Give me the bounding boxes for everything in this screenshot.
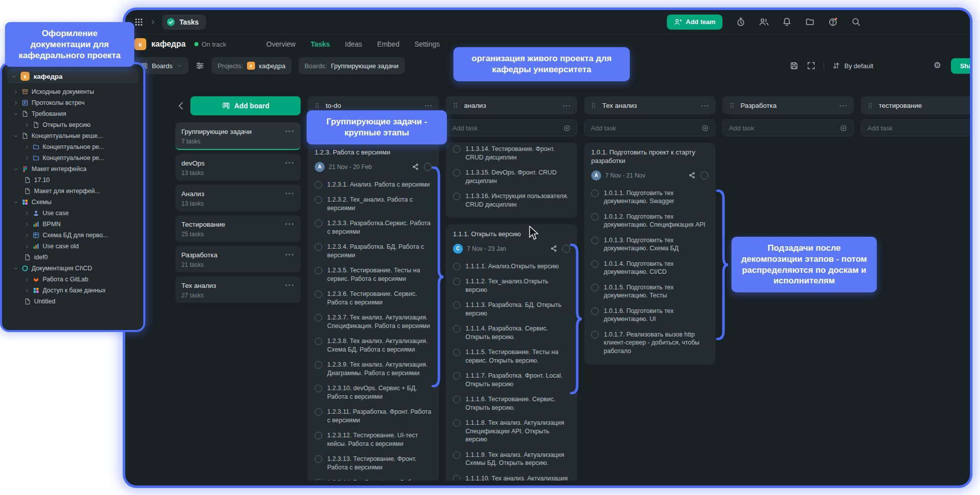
subtask-row[interactable]: 1.1.1.3. Разработка. БД. Открыть версию xyxy=(453,297,570,321)
subtask-status-circle[interactable] xyxy=(591,307,599,315)
chevron-right-icon[interactable] xyxy=(24,233,30,238)
board-menu-icon[interactable]: ··· xyxy=(285,220,295,229)
subtask-row[interactable]: 1.0.1.3. Подготовить тех документацию. С… xyxy=(591,233,708,256)
board-menu-icon[interactable]: ··· xyxy=(285,158,295,168)
subtask-row[interactable]: 1.2.3.8. Тех анализ. Актуализация. Схема… xyxy=(315,334,432,357)
notifications-icon[interactable] xyxy=(782,17,792,27)
save-view-icon[interactable] xyxy=(790,61,799,70)
chevron-down-icon[interactable] xyxy=(13,111,19,117)
chevron-right-icon[interactable] xyxy=(24,122,30,128)
chevron-right-icon[interactable] xyxy=(24,277,30,282)
sidebar-item[interactable]: Протоколы встреч xyxy=(7,97,138,108)
subtask-row[interactable]: 1.0.1.5. Подготовить тех документацию. Т… xyxy=(591,280,708,303)
tasks-app-tab[interactable]: Tasks xyxy=(162,15,206,30)
subtask-status-circle[interactable] xyxy=(453,419,460,427)
subtask-row[interactable]: 1.1.1.7. Разработка. Фронт. Local. Откры… xyxy=(453,368,570,392)
chevron-down-icon[interactable] xyxy=(13,167,19,172)
subtask-row[interactable]: 1.1.1.5. Тестирование. Тесты на сервис. … xyxy=(453,345,570,368)
fullscreen-icon[interactable] xyxy=(807,61,816,70)
board-card[interactable]: Группирующие задачи···7 tasks xyxy=(175,122,301,150)
subtask-row[interactable]: 1.2.3.2. Тех_анализ. Работа с версиями xyxy=(315,192,432,216)
board-menu-icon[interactable]: ··· xyxy=(285,127,295,136)
board-menu-icon[interactable]: ··· xyxy=(285,250,295,259)
subtask-status-circle[interactable] xyxy=(315,385,322,392)
sidebar-item[interactable]: idef0 xyxy=(7,252,138,263)
chevron-down-icon[interactable] xyxy=(13,266,19,271)
task-status-circle[interactable] xyxy=(700,172,708,180)
sidebar-item[interactable]: Работа с GitLab xyxy=(7,274,138,285)
subtask-row[interactable]: 1.0.1.6. Подготовить тех документацию. U… xyxy=(591,303,708,327)
subtask-status-circle[interactable] xyxy=(453,263,460,270)
subtask-row[interactable]: 1.2.3.6. Тестирование. Сервис. Работа с … xyxy=(315,286,432,310)
subtask-status-circle[interactable] xyxy=(591,237,599,244)
add-team-button[interactable]: Add team xyxy=(667,15,722,30)
sidebar-item[interactable]: Доступ к базе данных xyxy=(7,285,138,296)
subtask-status-circle[interactable] xyxy=(591,190,599,197)
subtask-status-circle[interactable] xyxy=(591,284,599,291)
sidebar-item[interactable]: Документация CI\CD xyxy=(7,263,138,274)
column-menu-icon[interactable]: ··· xyxy=(563,102,572,109)
sidebar-item[interactable]: Схемы xyxy=(7,197,138,208)
subtask-row[interactable]: 1.2.3.14. DevOps. Фронт. Работа с версия… xyxy=(315,475,432,480)
add-task-input[interactable]: Add task xyxy=(722,119,854,136)
share-icon[interactable] xyxy=(550,245,558,252)
subtask-status-circle[interactable] xyxy=(315,338,322,345)
board-card[interactable]: Анализ···13 tasks xyxy=(175,185,301,211)
tab-ideas[interactable]: Ideas xyxy=(345,40,362,48)
sidebar-item[interactable]: Untitled xyxy=(7,296,138,307)
chevron-right-icon[interactable] xyxy=(24,155,30,161)
board-card[interactable]: Тестирование···25 tasks xyxy=(175,215,301,242)
subtask-status-circle[interactable] xyxy=(315,455,322,463)
subtask-status-circle[interactable] xyxy=(315,196,322,204)
task-card[interactable]: 1.1.1. Открыть версиюС7 Nov - 23 Jan1.1.… xyxy=(446,224,577,480)
app-launcher-icon[interactable] xyxy=(134,18,143,27)
tab-embed[interactable]: Embed xyxy=(377,40,399,48)
subtask-row[interactable]: 1.2.3.5. Тестирование. Тесты на сервис. … xyxy=(315,263,432,286)
subtask-status-circle[interactable] xyxy=(453,396,460,403)
subtask-status-circle[interactable] xyxy=(315,243,322,251)
tab-settings[interactable]: Settings xyxy=(414,40,440,48)
subtask-status-circle[interactable] xyxy=(315,314,322,321)
subtask-row[interactable]: 1.2.3.1. Анализ. Работа с версиями xyxy=(315,177,432,193)
chevron-down-icon[interactable] xyxy=(13,200,19,205)
column-menu-icon[interactable]: ··· xyxy=(701,102,710,109)
column-header[interactable]: анализ··· xyxy=(446,96,577,114)
subtask-row[interactable]: 1.2.3.4. Разработка. БД. Работа с версия… xyxy=(315,239,432,263)
add-task-input[interactable]: Add task xyxy=(584,119,715,136)
drag-handle-icon[interactable] xyxy=(728,102,736,109)
chevron-right-icon[interactable] xyxy=(13,100,19,106)
subtask-status-circle[interactable] xyxy=(591,260,599,268)
sidebar-item[interactable]: Схема БД для перво... xyxy=(7,230,138,241)
subtask-row[interactable]: 1.2.3.3. Разработка.Сервис. Работа с вер… xyxy=(315,216,432,239)
subtask-status-circle[interactable] xyxy=(453,475,460,480)
task-card[interactable]: 1.1.3.14. Тестирование. Фронт. CRUD дисц… xyxy=(446,142,577,218)
sidebar-item[interactable]: Концептуальное ре... xyxy=(7,141,138,152)
timer-icon[interactable] xyxy=(736,17,746,27)
add-board-button[interactable]: Add board xyxy=(190,96,301,115)
tab-overview[interactable]: Overview xyxy=(267,40,296,48)
subtask-row[interactable]: 1.1.1.9. Тех анализ. Актуализация Схемы … xyxy=(453,447,570,471)
subtask-status-circle[interactable] xyxy=(315,408,322,416)
tab-tasks[interactable]: Tasks xyxy=(311,40,330,48)
drag-handle-icon[interactable] xyxy=(590,102,597,109)
subtask-row[interactable]: 1.1.3.14. Тестирование. Фронт. CRUD дисц… xyxy=(453,142,570,165)
sidebar-item[interactable]: 17.10 xyxy=(7,175,138,186)
subtask-row[interactable]: 1.1.1.4. Разработка. Сервис. Открыть вер… xyxy=(453,321,570,345)
drag-handle-icon[interactable] xyxy=(314,102,321,109)
gear-icon[interactable]: ⚙ xyxy=(933,61,943,71)
subtask-status-circle[interactable] xyxy=(453,451,460,459)
subtask-row[interactable]: 1.1.1.10. Тех анализ. Актуализация диагр… xyxy=(453,471,570,480)
subtask-status-circle[interactable] xyxy=(315,220,322,227)
sidebar-item[interactable]: Концептуальные реше... xyxy=(7,130,138,141)
chevron-right-icon[interactable] xyxy=(13,89,19,95)
task-card[interactable]: 1.0.1. Подготовить проект к старту разра… xyxy=(584,142,715,365)
subtask-row[interactable]: 1.1.3.15. DevOps. Фронт. CRUD дисциплин xyxy=(453,165,570,189)
column-header[interactable]: тестирование··· xyxy=(861,96,970,114)
chevron-down-icon[interactable] xyxy=(13,133,19,139)
column-header[interactable]: Тех анализ··· xyxy=(584,96,715,114)
subtask-status-circle[interactable] xyxy=(315,181,322,189)
subtask-status-circle[interactable] xyxy=(315,361,322,369)
board-menu-icon[interactable]: ··· xyxy=(285,281,295,290)
subtask-row[interactable]: 1.1.1.2. Тех_анализ.Открыть версию xyxy=(453,274,570,297)
column-menu-icon[interactable]: ··· xyxy=(425,102,433,109)
